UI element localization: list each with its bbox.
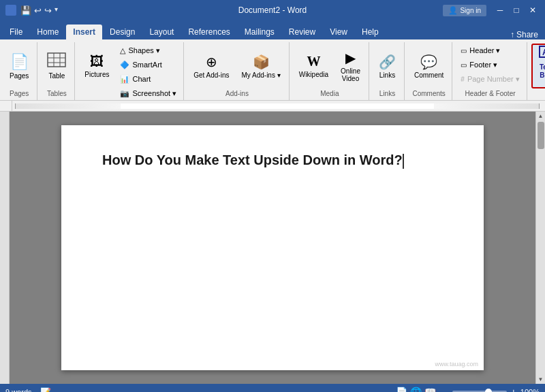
watermark: www.tauag.com [435, 361, 478, 368]
comment-button[interactable]: 💬 Comment [409, 44, 449, 88]
screenshot-button[interactable]: 📷 Screenshot ▾ [116, 86, 181, 100]
chart-label: Chart [132, 75, 151, 83]
tables-group-label: Tables [42, 88, 72, 99]
redo-qs-btn[interactable]: ↪ [44, 5, 52, 16]
comments-group-label: Comments [409, 88, 449, 99]
wikipedia-button[interactable]: W Wikipedia [294, 44, 334, 88]
ribbon-group-illustrations: 🖼 Pictures △ Shapes ▾ 🔷 SmartArt 📊 Chart… [76, 42, 184, 100]
zoom-in-btn[interactable]: + [511, 387, 516, 392]
get-addins-label: Get Add-ins [193, 71, 229, 79]
tab-references[interactable]: References [181, 24, 236, 39]
document-page[interactable]: How Do You Make Text Upside Down in Word… [61, 125, 484, 370]
shapes-button[interactable]: △ Shapes ▾ [116, 44, 181, 57]
table-label: Table [48, 72, 65, 80]
tab-layout[interactable]: Layout [142, 24, 181, 39]
view-read-icon[interactable]: 📖 [424, 387, 436, 392]
title-bar: 💾 ↩ ↪ ▾ Document2 - Word 👤 Sign in ─ □ ✕ [0, 0, 545, 20]
user-name: Sign in [460, 7, 481, 14]
tab-view[interactable]: View [323, 24, 354, 39]
review-icon[interactable]: 📝 [40, 387, 51, 393]
scroll-down-btn[interactable]: ▼ [537, 375, 545, 384]
save-qs-btn[interactable]: 💾 [20, 5, 31, 16]
tab-home[interactable]: Home [30, 24, 65, 39]
minimize-btn[interactable]: ─ [493, 3, 507, 17]
hf-column: ▭ Header ▾ ▭ Footer ▾ # Page Number ▾ [456, 44, 524, 86]
scroll-thumb[interactable] [538, 122, 544, 149]
zoom-thumb [485, 389, 492, 392]
get-addins-icon: ⊕ [206, 54, 217, 70]
quick-access: 💾 ↩ ↪ ▾ [20, 5, 58, 16]
links-content: 🔗 Links [373, 44, 401, 88]
pictures-label: Pictures [84, 71, 109, 78]
illustrations-column: △ Shapes ▾ 🔷 SmartArt 📊 Chart 📷 Screensh… [116, 44, 181, 100]
user-signin[interactable]: 👤 Sign in [443, 5, 486, 16]
wikipedia-label: Wikipedia [299, 71, 328, 78]
tab-file[interactable]: File [3, 24, 29, 39]
view-print-icon[interactable]: 📄 [396, 387, 407, 392]
my-addins-button[interactable]: 📦 My Add-ins ▾ [236, 44, 285, 88]
svg-text:A: A [542, 48, 545, 57]
header-icon: ▭ [461, 47, 467, 54]
smartart-button[interactable]: 🔷 SmartArt [116, 58, 181, 71]
footer-icon: ▭ [461, 61, 467, 69]
smartart-label: SmartArt [132, 61, 161, 69]
screenshot-icon: 📷 [120, 89, 129, 98]
scroll-up-btn[interactable]: ▲ [537, 112, 545, 120]
ribbon-group-comments: 💬 Comment Comments [406, 42, 452, 100]
vertical-scrollbar[interactable]: ▲ ▼ [535, 112, 545, 384]
pictures-button[interactable]: 🖼 Pictures [79, 44, 114, 88]
chart-icon: 📊 [120, 75, 129, 84]
tab-help[interactable]: Help [355, 24, 386, 39]
header-label: Header ▾ [469, 46, 500, 55]
tab-insert[interactable]: Insert [66, 24, 102, 39]
pages-label: Pages [10, 72, 29, 80]
header-button[interactable]: ▭ Header ▾ [456, 44, 524, 57]
pages-group-label: Pages [4, 88, 34, 99]
text-box-icon: A [538, 45, 545, 62]
ribbon-group-tables: Table Tables [39, 42, 75, 100]
links-icon: 🔗 [379, 54, 396, 70]
table-icon [47, 52, 66, 71]
comment-icon: 💬 [420, 54, 437, 70]
close-btn[interactable]: ✕ [526, 3, 540, 17]
status-left: 9 words 📝 [5, 387, 51, 393]
footer-button[interactable]: ▭ Footer ▾ [456, 58, 524, 71]
pictures-icon: 🖼 [90, 54, 104, 69]
links-button[interactable]: 🔗 Links [373, 44, 401, 88]
table-button[interactable]: Table [42, 44, 72, 88]
page-number-button[interactable]: # Page Number ▾ [456, 72, 524, 86]
word-count[interactable]: 9 words [5, 388, 32, 392]
media-group-label: Media [294, 88, 366, 99]
addins-group-label: Add-ins [188, 88, 286, 99]
share-button[interactable]: ↑ Share [510, 30, 538, 39]
hf-content: ▭ Header ▾ ▭ Footer ▾ # Page Number ▾ [456, 44, 524, 88]
undo-qs-btn[interactable]: ↩ [34, 5, 42, 16]
hf-group-label: Header & Footer [456, 88, 524, 99]
chart-button[interactable]: 📊 Chart [116, 72, 181, 86]
document-area[interactable]: How Do You Make Text Upside Down in Word… [10, 112, 535, 384]
pages-icon: 📄 [10, 53, 29, 71]
title-bar-controls: 👤 Sign in ─ □ ✕ [443, 3, 540, 17]
left-gutter [0, 112, 10, 384]
view-web-icon[interactable]: 🌐 [410, 387, 422, 392]
customize-qs-btn[interactable]: ▾ [54, 5, 58, 16]
footer-label: Footer ▾ [469, 61, 497, 69]
pages-button[interactable]: 📄 Pages [4, 44, 34, 88]
zoom-level[interactable]: 100% [520, 388, 540, 392]
online-video-button[interactable]: ▶ OnlineVideo [335, 44, 366, 88]
doc-wrapper: How Do You Make Text Upside Down in Word… [0, 112, 545, 384]
illustrations-content: 🖼 Pictures △ Shapes ▾ 🔷 SmartArt 📊 Chart… [79, 44, 181, 100]
zoom-bar: ─ + 100% [441, 387, 540, 392]
ribbon: 📄 Pages Pages Table Tabl [0, 39, 545, 101]
ribbon-right: ↑ Share [510, 30, 545, 39]
text-box-button[interactable]: A TextBox ▾ [531, 44, 545, 88]
my-addins-label: My Add-ins ▾ [241, 71, 280, 79]
my-addins-icon: 📦 [253, 54, 270, 70]
get-addins-button[interactable]: ⊕ Get Add-ins [188, 44, 234, 88]
tab-review[interactable]: Review [282, 24, 322, 39]
tab-mailings[interactable]: Mailings [238, 24, 281, 39]
ribbon-group-pages: 📄 Pages Pages [1, 42, 37, 100]
tab-design[interactable]: Design [103, 24, 142, 39]
restore-btn[interactable]: □ [510, 3, 523, 17]
zoom-out-btn[interactable]: ─ [441, 387, 448, 392]
